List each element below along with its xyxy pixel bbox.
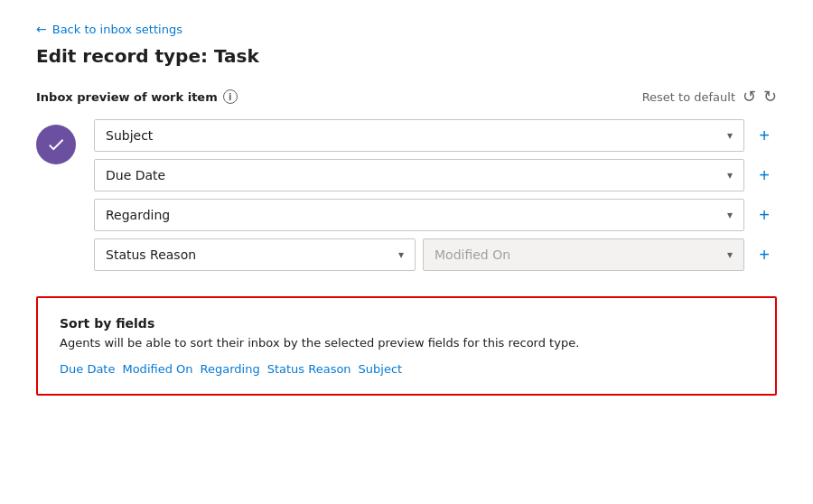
modified-on-select-text: Modified On (435, 247, 510, 262)
sort-tag-due-date[interactable]: Due Date (60, 362, 115, 376)
due-date-select[interactable]: Due Date ▾ (94, 159, 744, 191)
due-date-chevron-icon: ▾ (727, 169, 733, 182)
section-header: Inbox preview of work item i Reset to de… (36, 89, 777, 105)
back-link-text: Back to inbox settings (52, 23, 182, 36)
subject-select-text: Subject (106, 128, 153, 143)
field-row-due-date: Due Date ▾ + (94, 159, 777, 191)
status-reason-select[interactable]: Status Reason ▾ (94, 238, 416, 271)
add-due-date-button[interactable]: + (752, 163, 777, 188)
subject-select[interactable]: Subject ▾ (94, 119, 744, 152)
redo-button[interactable]: ↻ (763, 89, 777, 105)
field-row-subject: Subject ▾ + (94, 119, 777, 152)
sort-tags-container: Due Date Modified On Regarding Status Re… (60, 362, 753, 376)
back-arrow-icon: ← (36, 22, 47, 36)
section-label-container: Inbox preview of work item i (36, 89, 238, 104)
status-reason-chevron-icon: ▾ (398, 248, 404, 261)
undo-button[interactable]: ↺ (743, 89, 756, 105)
preview-area: Subject ▾ + Due Date ▾ + Regarding ▾ + S… (36, 119, 777, 271)
sort-tag-modified-on[interactable]: Modified On (122, 362, 192, 376)
page-title: Edit record type: Task (36, 45, 777, 67)
field-row-regarding: Regarding ▾ + (94, 199, 777, 231)
regarding-chevron-icon: ▾ (727, 209, 733, 221)
fields-area: Subject ▾ + Due Date ▾ + Regarding ▾ + S… (94, 119, 777, 271)
back-link[interactable]: ← Back to inbox settings (36, 22, 777, 36)
subject-chevron-icon: ▾ (727, 129, 733, 142)
reset-to-default-button[interactable]: Reset to default (642, 90, 735, 104)
sort-tag-subject[interactable]: Subject (359, 362, 403, 376)
add-subject-button[interactable]: + (752, 123, 777, 148)
reset-label: Reset to default (642, 90, 735, 104)
field-row-last: Status Reason ▾ Modified On ▾ + (94, 238, 777, 271)
reset-controls: Reset to default ↺ ↻ (642, 89, 777, 105)
modified-on-select[interactable]: Modified On ▾ (423, 238, 744, 271)
sort-section-description: Agents will be able to sort their inbox … (60, 336, 753, 350)
status-reason-select-text: Status Reason (106, 247, 196, 262)
add-regarding-button[interactable]: + (752, 202, 777, 228)
sort-section-title: Sort by fields (60, 316, 753, 331)
add-last-row-button[interactable]: + (752, 242, 777, 267)
regarding-select-text: Regarding (106, 208, 170, 222)
modified-on-chevron-icon: ▾ (727, 248, 733, 261)
regarding-select[interactable]: Regarding ▾ (94, 199, 744, 231)
info-icon[interactable]: i (223, 89, 238, 104)
section-label-text: Inbox preview of work item (36, 90, 218, 104)
sort-section: Sort by fields Agents will be able to so… (36, 296, 777, 396)
task-icon (36, 125, 76, 164)
sort-tag-status-reason[interactable]: Status Reason (267, 362, 351, 376)
due-date-select-text: Due Date (106, 168, 165, 182)
task-svg-icon (46, 135, 66, 154)
sort-tag-regarding[interactable]: Regarding (201, 362, 260, 376)
